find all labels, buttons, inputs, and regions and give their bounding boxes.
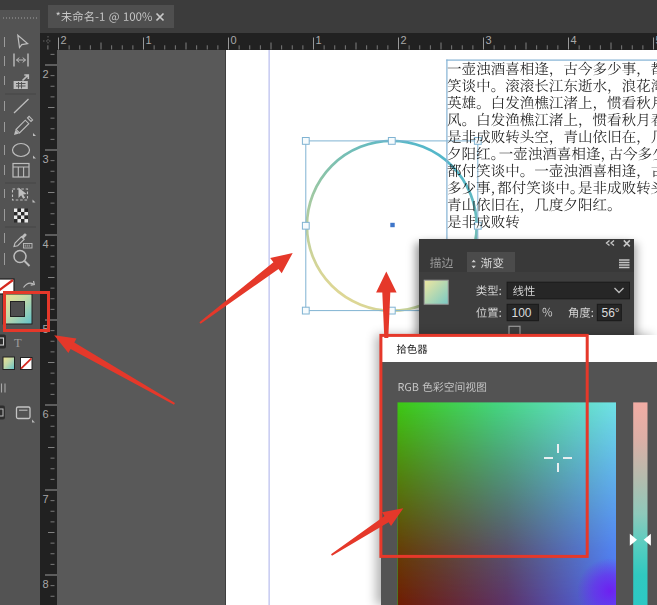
svg-text:3: 3: [43, 153, 49, 165]
svg-text:3: 3: [486, 34, 492, 46]
svg-text:6: 6: [43, 408, 49, 420]
svg-text:5: 5: [43, 323, 49, 335]
svg-text:7: 7: [43, 493, 49, 505]
svg-text:T: T: [14, 336, 22, 350]
svg-text:2: 2: [401, 34, 407, 46]
svg-text:8: 8: [43, 578, 49, 590]
svg-text:4: 4: [43, 238, 49, 250]
svg-text:4: 4: [571, 34, 577, 46]
svg-text:2: 2: [61, 34, 67, 46]
svg-text:2: 2: [43, 68, 49, 80]
svg-text:1: 1: [146, 34, 152, 46]
svg-text:0: 0: [231, 34, 237, 46]
svg-text:1: 1: [316, 34, 322, 46]
